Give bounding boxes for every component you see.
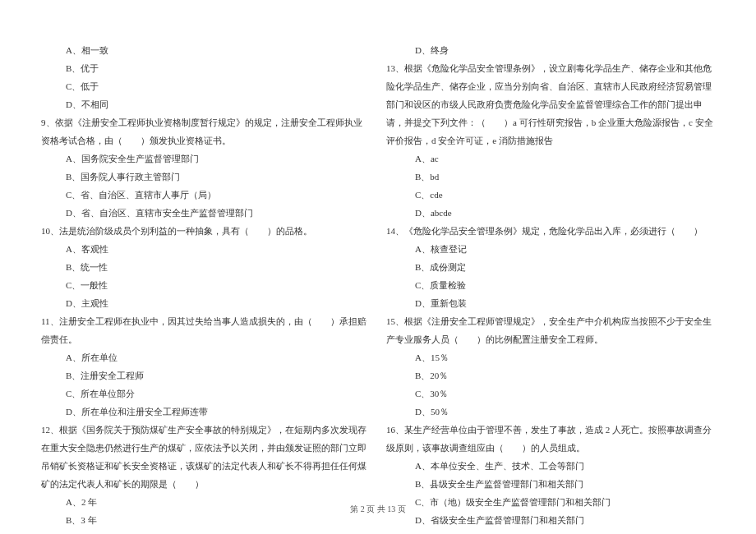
q12-option-c: C、5 年 [37,529,370,534]
page-content: A、相一致 B、优于 C、低于 D、不相同 9、依据《注册安全工程师执业资格制度… [0,0,756,534]
q11-text: 11、注册安全工程师在执业中，因其过失给当事人造成损失的，由（ ）承担赔偿责任。 [37,312,370,348]
q10-option-b: B、统一性 [37,258,370,276]
q15-option-d: D、50％ [386,403,719,421]
q11-option-c: C、所在单位部分 [37,384,370,403]
q14-option-d: D、重新包装 [386,294,719,312]
q13-option-c: C、cde [386,186,719,204]
q16-text: 16、某生产经营单位由于管理不善，发生了事故，造成 2 人死亡。按照事故调查分级… [386,421,719,457]
q12-option-d: D、终身 [386,41,719,59]
left-column: A、相一致 B、优于 C、低于 D、不相同 9、依据《注册安全工程师执业资格制度… [37,41,370,534]
q14-text: 14、《危险化学品安全管理条例》规定，危险化学品出入库，必须进行（ ） [386,222,719,240]
q10-option-c: C、一般性 [37,276,370,294]
q10-option-d: D、主观性 [37,294,370,312]
q14-option-c: C、质量检验 [386,276,719,294]
q9-text: 9、依据《注册安全工程师执业资格制度暂行规定》的规定，注册安全工程师执业资格考试… [37,113,370,150]
q13-option-b: B、bd [386,168,719,186]
q14-option-b: B、成份测定 [386,258,719,276]
q12-text: 12、根据《国务院关于预防煤矿生产安全事故的特别规定》，在短期内多次发现存在重大… [37,421,370,493]
q14-option-a: A、核查登记 [386,240,719,258]
right-column: D、终身 13、根据《危险化学品安全管理条例》，设立剧毒化学品生产、储存企业和其… [386,41,719,534]
q15-option-b: B、20％ [386,366,719,384]
q8-option-c: C、低于 [37,77,370,95]
q15-text: 15、根据《注册安全工程师管理规定》，安全生产中介机构应当按照不少于安全生产专业… [386,312,719,348]
q11-option-a: A、所在单位 [37,348,370,366]
q15-option-c: C、30％ [386,384,719,403]
q11-option-b: B、注册安全工程师 [37,366,370,384]
q13-text: 13、根据《危险化学品安全管理条例》，设立剧毒化学品生产、储存企业和其他危险化学… [386,59,719,150]
q11-option-d: D、所在单位和注册安全工程师连带 [37,403,370,421]
q13-option-d: D、abcde [386,204,719,222]
q10-text: 10、法是统治阶级成员个别利益的一种抽象，具有（ ）的品格。 [37,222,370,240]
q8-option-b: B、优于 [37,59,370,77]
q9-option-c: C、省、自治区、直辖市人事厅（局） [37,186,370,204]
q16-option-a: A、本单位安全、生产、技术、工会等部门 [386,457,719,475]
q8-option-a: A、相一致 [37,41,370,59]
page-footer: 第 2 页 共 13 页 [0,501,756,518]
q9-option-b: B、国务院人事行政主管部门 [37,168,370,186]
q16-option-b: B、县级安全生产监督管理部门和相关部门 [386,475,719,493]
q13-option-a: A、ac [386,150,719,168]
q8-option-d: D、不相同 [37,95,370,113]
q10-option-a: A、客观性 [37,240,370,258]
q9-option-a: A、国务院安全生产监督管理部门 [37,150,370,168]
q15-option-a: A、15％ [386,348,719,366]
q9-option-d: D、省、自治区、直辖市安全生产监督管理部门 [37,204,370,222]
